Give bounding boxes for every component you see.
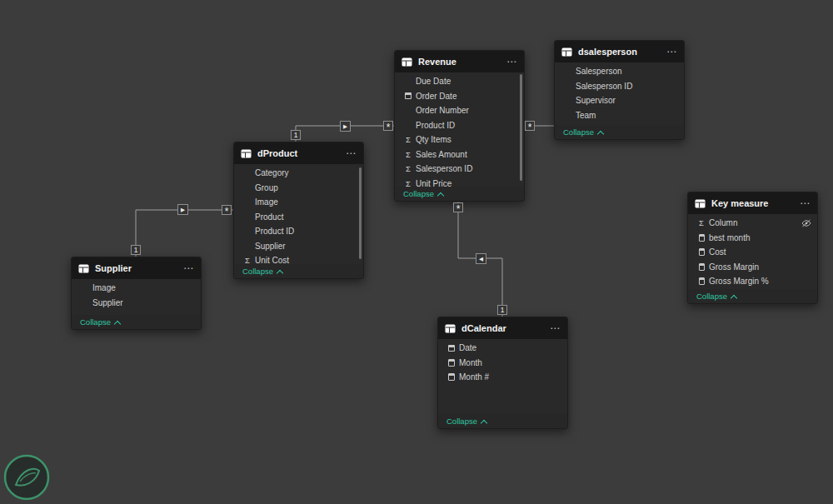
field-row[interactable]: ΣSales Amount xyxy=(395,147,524,162)
field-name: Salesperson xyxy=(574,67,622,76)
table-card-dcalendar[interactable]: dCalendar ⋯ Date Month Month # Collapse xyxy=(437,317,568,429)
field-row[interactable]: Gross Margin xyxy=(688,260,817,275)
table-icon xyxy=(241,149,252,158)
field-name: Image xyxy=(91,283,116,292)
table-header[interactable]: dProduct ⋯ xyxy=(234,142,363,164)
field-row[interactable]: Cost xyxy=(688,245,817,260)
field-row[interactable]: Order Date xyxy=(395,89,524,104)
field-row[interactable]: ΣQty Items xyxy=(395,132,524,147)
table-header[interactable]: Revenue ⋯ xyxy=(395,51,524,72)
field-name: Supplier xyxy=(253,242,286,251)
watermark-logo xyxy=(2,453,53,504)
field-row[interactable]: Group xyxy=(234,181,363,196)
table-header[interactable]: dCalendar ⋯ xyxy=(438,317,567,339)
table-header[interactable]: Supplier ⋯ xyxy=(72,257,201,279)
field-row[interactable]: Month # xyxy=(438,370,567,385)
table-card-dsalesperson[interactable]: dsalesperson ⋯ Salesperson Salesperson I… xyxy=(554,40,685,140)
field-row[interactable]: Salesperson ID xyxy=(555,79,684,94)
collapse-toggle[interactable]: Collapse xyxy=(438,414,567,428)
field-name: Team xyxy=(574,111,596,120)
table-title: Revenue xyxy=(418,57,501,67)
field-row[interactable]: Product ID xyxy=(234,224,363,239)
table-header[interactable]: dsalesperson ⋯ xyxy=(555,41,684,62)
chevron-up-icon xyxy=(597,130,604,137)
field-row[interactable]: Order Number xyxy=(395,103,524,118)
field-row[interactable]: Image xyxy=(72,281,201,296)
field-name: Product xyxy=(253,212,283,222)
field-name: Sales Amount xyxy=(414,150,467,159)
calendar-icon xyxy=(448,345,455,352)
chevron-up-icon xyxy=(481,419,487,426)
hidden-eye-icon[interactable] xyxy=(801,219,811,227)
table-title: Key measure xyxy=(711,198,794,208)
field-name: Category xyxy=(253,168,289,177)
field-name: Month # xyxy=(457,372,489,382)
table-icon xyxy=(561,47,572,57)
field-name: Image xyxy=(253,197,278,207)
more-options-button[interactable]: ⋯ xyxy=(183,257,194,279)
collapse-toggle[interactable]: Collapse xyxy=(555,125,684,139)
field-row[interactable]: Product ID xyxy=(395,118,524,133)
field-name: Salesperson ID xyxy=(414,164,472,173)
more-options-button[interactable]: ⋯ xyxy=(506,51,517,72)
more-options-button[interactable]: ⋯ xyxy=(346,142,357,164)
table-card-supplier[interactable]: Supplier ⋯ Image Supplier Collapse xyxy=(71,257,202,330)
field-row[interactable]: Category xyxy=(234,166,363,181)
vertical-scrollbar[interactable] xyxy=(359,167,362,259)
crossfilter-arrow-icon: ▶ xyxy=(177,204,188,215)
collapse-label: Collapse xyxy=(696,292,727,301)
collapse-toggle[interactable]: Collapse xyxy=(72,315,201,329)
more-options-button[interactable]: ⋯ xyxy=(666,41,677,62)
calculator-icon xyxy=(699,234,705,242)
table-title: dsalesperson xyxy=(578,47,661,57)
field-row[interactable]: ΣSalesperson ID xyxy=(395,162,524,177)
field-name: Gross Margin xyxy=(707,262,759,272)
calculator-icon xyxy=(699,248,705,256)
cardinality-one-label: 1 xyxy=(291,130,301,140)
more-options-button[interactable]: ⋯ xyxy=(550,317,561,339)
cardinality-many-label: * xyxy=(383,121,393,131)
field-name: Qty Items xyxy=(414,135,451,144)
field-row[interactable]: Due Date xyxy=(395,74,524,89)
collapse-toggle[interactable]: Collapse xyxy=(688,289,817,303)
collapse-toggle[interactable]: Collapse xyxy=(395,187,524,201)
table-header[interactable]: Key measure ⋯ xyxy=(688,192,817,214)
field-name: Supplier xyxy=(91,298,123,307)
cardinality-many-label: * xyxy=(525,121,535,131)
field-row[interactable]: Salesperson xyxy=(555,64,684,79)
collapse-toggle[interactable]: Collapse xyxy=(234,264,363,278)
collapse-label: Collapse xyxy=(80,317,111,327)
field-name: Cost xyxy=(707,247,726,257)
calculator-icon xyxy=(699,263,705,271)
field-row[interactable]: best month xyxy=(688,231,817,246)
field-name: Salesperson ID xyxy=(574,82,632,91)
calendar-icon xyxy=(405,92,412,99)
cardinality-many-label: * xyxy=(222,205,232,215)
field-name: Month xyxy=(457,358,482,367)
field-row[interactable]: Supplier xyxy=(234,239,363,254)
field-name: Column xyxy=(707,218,737,227)
field-list: Date Month Month # xyxy=(438,339,567,385)
collapse-label: Collapse xyxy=(446,417,477,426)
table-icon xyxy=(402,57,412,67)
field-row[interactable]: Team xyxy=(555,108,684,123)
field-row[interactable]: Month xyxy=(438,356,567,371)
field-name: Gross Margin % xyxy=(707,277,769,286)
field-row[interactable]: Σ Column xyxy=(688,216,817,231)
field-row[interactable]: Supervisor xyxy=(555,93,684,108)
field-row[interactable]: Supplier xyxy=(72,296,201,311)
field-list: Category Group Image Product Product ID … xyxy=(234,164,363,268)
field-row[interactable]: Product xyxy=(234,210,363,225)
field-row[interactable]: Image xyxy=(234,195,363,210)
field-name: Order Number xyxy=(414,106,469,115)
table-card-dproduct[interactable]: dProduct ⋯ Category Group Image Product … xyxy=(233,142,364,279)
field-row[interactable]: Gross Margin % xyxy=(688,274,817,289)
more-options-button[interactable]: ⋯ xyxy=(800,192,811,214)
field-row[interactable]: Date xyxy=(438,341,567,356)
table-card-revenue[interactable]: Revenue ⋯ Due Date Order Date Order Numb… xyxy=(394,50,525,202)
table-icon xyxy=(695,199,706,208)
crossfilter-arrow-icon: ◀ xyxy=(476,253,486,264)
table-card-keymeasure[interactable]: Key measure ⋯ Σ Column best month Cost G… xyxy=(687,192,818,304)
calculator-icon xyxy=(699,277,705,285)
vertical-scrollbar[interactable] xyxy=(520,74,522,181)
